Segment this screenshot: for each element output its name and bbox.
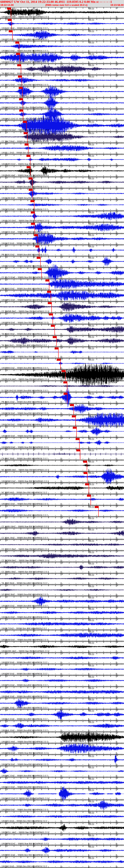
trace-panel[interactable]: 19:23UW.MTM.EHZ.-- 99999.0km BW HIGHPASS… (0, 755, 124, 766)
trace-panel[interactable]: 19:23UW.CRF.EHZ.-- 99999.0km BW HIGHPASS… (0, 664, 124, 676)
pick-flag[interactable]: xT 4 (85, 483, 89, 485)
trace-panel[interactable]: 19:23xT 4UW.WA2.EHZ.-- 99999.0km BW HIGH… (0, 41, 124, 53)
pick-flag[interactable]: xT 4 (49, 313, 53, 315)
trace-panel[interactable]: 19:23xT 4NC.KHMB.HHZ.-- 99999.0km BW HIG… (0, 460, 124, 471)
pick-flag[interactable]: xT 4 (55, 347, 58, 349)
pick-flag[interactable]: xT 4 (7, 7, 11, 10)
pick-flag[interactable]: xT 4 (31, 223, 35, 225)
trace-panel[interactable]: 19:23UW.GBL.EHZ.-- 99999.0km BW HIGHPASS… (0, 698, 124, 709)
trace-panel[interactable]: 19:23xT 4UW.GPW.EHZ.-- 99999.0km BW HIGH… (0, 313, 124, 324)
pick-flag[interactable]: xT 4 (57, 359, 61, 361)
trace-panel[interactable]: 19:23CC.CRCO.BHZ.-- 99999.0km BW HIGHPAS… (0, 539, 124, 551)
pick-flag[interactable]: xT 4 (27, 166, 30, 168)
pick-flag[interactable]: xT 4 (95, 506, 98, 508)
pick-flag[interactable]: xT 4 (83, 461, 87, 463)
pick-flag[interactable]: xT 4 (18, 75, 22, 78)
trace-panel[interactable]: 19:23UW.MDW.EHZ.-- 99999.0km BW HIGHPASS… (0, 743, 124, 755)
trace-panel[interactable]: 19:23UO.PINE.BHZ.-- 99999.0km BW HIGHPAS… (0, 585, 124, 596)
pick-flag[interactable]: xT 4 (51, 325, 55, 327)
trace-panel[interactable]: 19:23UW.BVW.EHZ.-- 99999.0km BW HIGHPASS… (0, 630, 124, 642)
trace-panel[interactable]: 19:23xT 4PB.B003.EHZ.-- 99999.0km BW HIG… (0, 279, 124, 290)
trace-panel[interactable]: 19:23xT 4NC.KRP.HHZ.-- 99999.0km BW HIGH… (0, 483, 124, 494)
trace-panel[interactable]: 19:23xT 4CC.HIYU.EHZ.-- 99999.0km BW HIG… (0, 75, 124, 87)
trace-panel[interactable]: 19:23CC.CIHL.BHZ.-- 99999.0km BW HIGHPAS… (0, 528, 124, 539)
trace-panel[interactable]: 19:23xT 4UW.TUCA.HHZ.-- 99999.0km BW HIG… (0, 370, 124, 381)
trace-panel[interactable]: 19:23CC.ASBU.BHZ.-- 99999.0km BW HIGHPAS… (0, 517, 124, 528)
trace-panel[interactable]: 19:23UW.AUG.EHZ.-- 99999.0km BW HIGHPASS… (0, 608, 124, 619)
trace-panel[interactable]: 19:23xT 4UW.NN21.EHZ.01 99999.0km BW HIG… (0, 109, 124, 120)
trace-panel[interactable]: 19:23CC.NQRM.BHZ.-- 99999.0km BW HIGHPAS… (0, 551, 124, 562)
trace-panel[interactable]: 19:23xT 4TA.K04D.BHZ.-- 99999.0km BW HIG… (0, 324, 124, 336)
trace-panel[interactable]: 19:23xT 4CN.PGC.BHZ.-- 99999.0km BW HIGH… (0, 449, 124, 460)
trace-panel[interactable]: 19:23xT 4PB.B926.EHZ.-- 99999.0km BW HIG… (0, 245, 124, 256)
trace-panel[interactable]: 19:23xT 4UW.NN19.EHZ.01 99999.0km BW HIG… (0, 98, 124, 109)
trace-panel[interactable]: 19:23xT 4PB.B031.EHZ.-- 99999.0km BW HIG… (0, 392, 124, 404)
trace-panel[interactable]: 19:23xT 4UW.LQC.EHZ.-- 99999.0km BW HIGH… (0, 19, 124, 30)
trace-panel[interactable]: 19:23UW.FHE.EHZ.-- 99999.0km BW HIGHPASS… (0, 687, 124, 698)
pick-flag[interactable]: xT 4 (48, 302, 52, 304)
pick-flag[interactable]: xT 4 (23, 121, 27, 123)
pick-flag[interactable]: xT 4 (84, 472, 87, 474)
trace-panel[interactable]: 19:23UW.EPH.EHZ.-- 99999.0km BW HIGHPASS… (0, 676, 124, 687)
trace-panel[interactable]: 19:23xT 4CC.SWNB.BHZ.-- 99999.0km BW HIG… (0, 302, 124, 313)
pick-flag[interactable]: xT 4 (53, 336, 57, 338)
trace-panel[interactable]: 19:23xT 4UW.CMW.EHZ.-- 99999.0km BW HIGH… (0, 438, 124, 449)
pick-flag[interactable]: xT 4 (47, 291, 51, 293)
pick-flag[interactable]: xT 4 (37, 257, 40, 259)
trace-panel[interactable]: 19:23xT 4TA.I04A.BHZ.-- 99999.0km BW HIG… (0, 336, 124, 347)
trace-panel[interactable]: 19:23UW.GLK.EHZ.-- 99999.0km BW HIGHPASS… (0, 709, 124, 721)
trace-panel[interactable]: 19:23UW.GUL.EHZ.-- 99999.0km BW HIGHPASS… (0, 721, 124, 732)
pick-flag[interactable]: xT 4 (73, 427, 76, 429)
trace-panel[interactable]: 19:23xT 4UW.LKVW.EHZ.-- 99999.0km BW HIG… (0, 120, 124, 132)
pick-flag[interactable]: xT 4 (30, 200, 34, 202)
pick-flag[interactable]: xT 4 (8, 19, 11, 21)
pick-flag[interactable]: xT 4 (9, 30, 12, 32)
pick-flag[interactable]: xT 4 (45, 279, 49, 281)
pick-flag[interactable]: xT 4 (31, 211, 35, 214)
trace-panel[interactable]: 19:23xT 4UW.WPO.EHZ.-- 99999.0km BW HIGH… (0, 347, 124, 358)
pick-flag[interactable]: xT 4 (19, 87, 23, 89)
trace-area[interactable]: 19:23xT 4UW.DDRF.HHZ.-- 99999.0km BW HIG… (0, 7, 124, 868)
trace-panel[interactable]: 19:23UW.CCRK.HHZ.-- 99999.0km BW HIGHPAS… (0, 642, 124, 653)
trace-panel[interactable]: 19:23xT 4UW.LCW.EHZ.-- 99999.0km BW HIGH… (0, 415, 124, 426)
trace-panel[interactable]: 19:23xT 4UW.BHW.EHZ.-- 99999.0km BW HIGH… (0, 426, 124, 438)
trace-panel[interactable]: 19:23xT 4TA.F04D.BHZ.-- 99999.0km BW HIG… (0, 177, 124, 188)
pick-flag[interactable]: xT 4 (62, 370, 65, 372)
trace-panel[interactable]: 19:23UW.NCO.EHZ.-- 99999.0km BW HIGHPASS… (0, 777, 124, 789)
trace-panel[interactable]: 19:23xT 4UW.PHIN.HHZ.-- 99999.0km BW HIG… (0, 166, 124, 177)
pick-flag[interactable]: xT 4 (34, 234, 38, 236)
pick-flag[interactable]: xT 4 (16, 53, 20, 55)
pick-flag[interactable]: xT 4 (29, 178, 32, 180)
pick-flag[interactable]: xT 4 (87, 495, 91, 497)
trace-panel[interactable]: 19:23UW.YA2.EHZ.-- 99999.0km BW HIGHPASS… (0, 857, 124, 868)
trace-panel[interactable]: 19:23UW.IZEE.HHZ.-- 99999.0km BW HIGHPAS… (0, 732, 124, 743)
trace-panel[interactable]: 19:23UW.WRD.EHZ.-- 99999.0km BW HIGHPASS… (0, 845, 124, 857)
trace-panel[interactable]: 19:23xT 4UW.ELL.EHZ.-- 99999.0km BW HIGH… (0, 143, 124, 154)
trace-panel[interactable]: 19:23UW.NAC.EHZ.-- 99999.0km BW HIGHPASS… (0, 766, 124, 777)
trace-panel[interactable]: 19:23xT 4UW.SOS.EHZ.-- 99999.0km BW HIGH… (0, 200, 124, 211)
trace-panel[interactable]: 19:23xT 4UW.RNO.EHZ.-- 99999.0km BW HIGH… (0, 494, 124, 505)
pick-flag[interactable]: xT 4 (63, 393, 67, 395)
trace-panel[interactable]: 19:23xT 4CC.VALT.BHZ.-- 99999.0km BW HIG… (0, 132, 124, 143)
pick-flag[interactable]: xT 4 (24, 132, 27, 134)
trace-panel[interactable]: 19:23xT 4UW.DDRF.HHZ.-- 99999.0km BW HIG… (0, 7, 124, 19)
trace-panel[interactable]: 19:23xT 4UW.TBM.EHZ.-- 99999.0km BW HIGH… (0, 358, 124, 370)
trace-panel[interactable]: 19:23UW.WPW.EHZ.-- 99999.0km BW HIGHPASS… (0, 834, 124, 845)
trace-panel[interactable]: 19:23xT 4UW.MJ2.EHZ.-- 99999.0km BW HIGH… (0, 234, 124, 245)
trace-panel[interactable]: 19:23xT 4UW.JQRV.EHZ.-- 99999.0km BW HIG… (0, 154, 124, 166)
trace-panel[interactable]: 19:23xT 4UW.NN17.EHZ.01 99999.0km BW HIG… (0, 87, 124, 98)
pick-flag[interactable]: xT 4 (29, 189, 32, 191)
trace-panel[interactable]: 19:23xT 4UW.OT3.EHZ.-- 99999.0km BW HIGH… (0, 30, 124, 41)
trace-panel[interactable]: 19:23xT 4UW.HSR.EHZ.-- 99999.0km BW HIGH… (0, 53, 124, 64)
trace-panel[interactable]: 19:23xT 4UW.MPO.EHZ.-- 99999.0km BW HIGH… (0, 290, 124, 302)
pick-flag[interactable]: xT 4 (25, 144, 28, 146)
trace-panel[interactable]: 19:23TA.J05D.BHZ.-- 99999.0km BW HIGHPAS… (0, 574, 124, 585)
trace-panel[interactable]: 19:23xT 4UW.GLDO.EHZ.-- 99999.0km BW HIG… (0, 211, 124, 222)
pick-flag[interactable]: xT 4 (76, 449, 80, 452)
trace-panel[interactable]: 19:23xT 4UW.STAR.EHZ.-- 99999.0km BW HIG… (0, 471, 124, 483)
pick-flag[interactable]: xT 4 (38, 268, 41, 270)
trace-panel[interactable]: 19:23UW.NN32.EHZ.01 99999.0km BW HIGHPAS… (0, 789, 124, 800)
trace-panel[interactable]: 19:23CC.TMBU.BHZ.-- 99999.0km BW HIGHPAS… (0, 562, 124, 574)
trace-panel[interactable]: 19:23UW.ASR.EHZ.-- 99999.0km BW HIGHPASS… (0, 596, 124, 608)
trace-panel[interactable]: 19:23xT 4IU.COR.BHZ.00 99999.0km BW HIGH… (0, 381, 124, 392)
